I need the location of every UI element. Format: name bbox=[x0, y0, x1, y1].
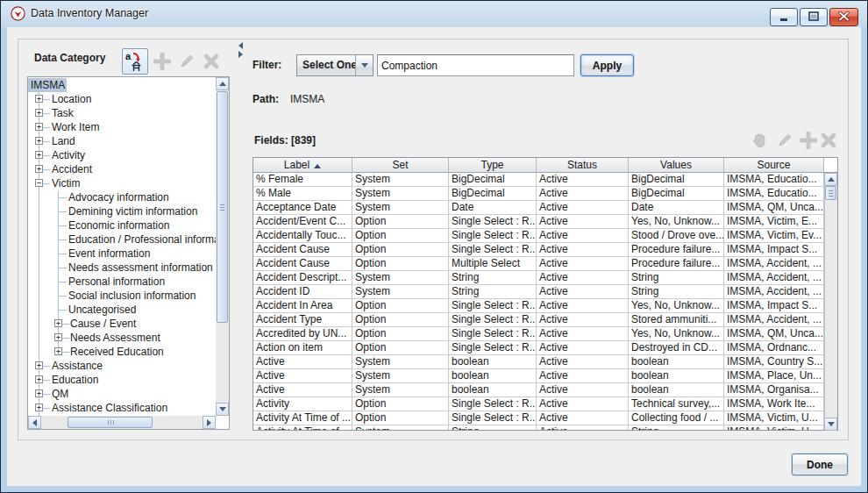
table-cell: Single Select : R... bbox=[449, 341, 537, 355]
scroll-up-icon[interactable] bbox=[216, 77, 229, 90]
done-button[interactable]: Done bbox=[792, 454, 848, 475]
apply-button[interactable]: Apply bbox=[580, 54, 634, 76]
tree-item[interactable]: Event information bbox=[28, 246, 216, 261]
tree-item[interactable]: Education / Professional information bbox=[28, 232, 216, 246]
add-icon[interactable] bbox=[800, 131, 817, 150]
tree-connector-line bbox=[58, 310, 67, 311]
chevron-down-icon[interactable] bbox=[355, 55, 373, 75]
table-row[interactable]: Accident CauseOptionSingle Select : R...… bbox=[253, 243, 824, 257]
table-row[interactable]: Accredited by UN...OptionSingle Select :… bbox=[253, 327, 824, 341]
tree-item[interactable]: Social inclusion information bbox=[28, 289, 216, 303]
tree-item[interactable]: −Victim bbox=[28, 176, 216, 190]
tree-item[interactable]: Personal information bbox=[28, 275, 216, 289]
tree-item[interactable]: +Activity bbox=[28, 148, 216, 162]
table-row[interactable]: ActivityOptionSingle Select : R...Active… bbox=[253, 397, 824, 411]
tree-item[interactable]: +Work Item bbox=[28, 120, 216, 134]
tree-item[interactable]: +Cause / Event bbox=[28, 317, 216, 331]
table-row[interactable]: % FemaleSystemBigDecimalActiveBigDecimal… bbox=[253, 173, 824, 187]
expand-plus-icon[interactable]: + bbox=[35, 109, 43, 117]
table-row[interactable]: Activity At Time of ...OptionSingle Sele… bbox=[253, 411, 824, 425]
table-vscroll-thumb[interactable] bbox=[825, 186, 836, 200]
scroll-down-icon[interactable] bbox=[824, 418, 837, 431]
table-row[interactable]: ActiveSystembooleanActivebooleanIMSMA, C… bbox=[253, 355, 824, 369]
titlebar[interactable]: Data Inventory Manager bbox=[1, 1, 867, 27]
tree-item[interactable]: +Received Education bbox=[28, 345, 216, 359]
expand-plus-icon[interactable]: + bbox=[35, 95, 43, 103]
column-header-label[interactable]: Label bbox=[253, 158, 352, 172]
table-row[interactable]: ActiveSystembooleanActivebooleanIMSMA, O… bbox=[253, 383, 824, 397]
expand-plus-icon[interactable]: + bbox=[35, 151, 43, 159]
expand-plus-icon[interactable]: + bbox=[54, 333, 62, 341]
table-cell: IMSMA, Impact S... bbox=[724, 299, 824, 313]
column-header-status[interactable]: Status bbox=[537, 158, 629, 172]
add-icon[interactable] bbox=[153, 51, 172, 72]
scroll-left-icon[interactable] bbox=[28, 416, 41, 429]
tree-item[interactable]: +Location bbox=[28, 92, 216, 106]
column-header-values[interactable]: Values bbox=[629, 158, 724, 172]
column-header-source[interactable]: Source bbox=[724, 158, 824, 172]
expand-plus-icon[interactable]: + bbox=[35, 389, 43, 397]
collapse-right-icon[interactable] bbox=[238, 51, 243, 58]
tree-item[interactable]: Economic information bbox=[28, 218, 216, 232]
expand-plus-icon[interactable]: + bbox=[35, 137, 43, 145]
table-row[interactable]: Accidentally Touc...OptionSingle Select … bbox=[253, 229, 824, 243]
expand-plus-icon[interactable]: + bbox=[35, 404, 43, 411]
tree-horizontal-scrollbar[interactable] bbox=[28, 416, 216, 429]
column-header-set[interactable]: Set bbox=[352, 158, 449, 172]
tree-item[interactable]: +Education bbox=[28, 373, 216, 387]
minimize-button[interactable] bbox=[770, 8, 798, 26]
expand-plus-icon[interactable]: + bbox=[54, 347, 62, 355]
splitpane-divider[interactable] bbox=[237, 41, 247, 59]
table-vertical-scrollbar[interactable] bbox=[824, 173, 837, 431]
table-row[interactable]: Accident/Event C...OptionSingle Select :… bbox=[253, 215, 824, 229]
scroll-down-icon[interactable] bbox=[216, 403, 229, 416]
table-row[interactable]: Accident In AreaOptionSingle Select : R.… bbox=[253, 299, 824, 313]
collapse-minus-icon[interactable]: − bbox=[35, 179, 43, 187]
table-row[interactable]: ActiveSystembooleanActivebooleanIMSMA, P… bbox=[253, 369, 824, 383]
tree-vertical-scrollbar[interactable] bbox=[216, 77, 229, 416]
scroll-up-icon[interactable] bbox=[824, 173, 837, 186]
tree-connector-line bbox=[43, 183, 50, 184]
tree-item[interactable]: +Accident bbox=[28, 162, 216, 176]
scroll-right-icon[interactable] bbox=[203, 416, 216, 429]
tree-item[interactable]: Uncategorised bbox=[28, 303, 216, 317]
edit-icon[interactable] bbox=[776, 131, 793, 150]
table-row[interactable]: Accident Descript...SystemStringActiveSt… bbox=[253, 271, 824, 285]
tree-item[interactable]: +Needs Assessment bbox=[28, 331, 216, 345]
filter-dropdown[interactable]: Select One bbox=[296, 54, 374, 76]
tree-item[interactable]: +Assistance bbox=[28, 359, 216, 373]
translate-icon[interactable]: a bbox=[122, 48, 148, 75]
tree-vscroll-thumb[interactable] bbox=[217, 91, 228, 323]
hand-icon[interactable] bbox=[751, 131, 768, 150]
close-button[interactable] bbox=[829, 8, 858, 26]
tree-item[interactable]: +Assistance Classification bbox=[28, 401, 216, 415]
tree-item[interactable]: IMSMA bbox=[28, 78, 216, 92]
table-cell: Single Select : R... bbox=[449, 215, 537, 229]
delete-icon[interactable] bbox=[202, 51, 221, 72]
tree-item[interactable]: Advocacy information bbox=[28, 190, 216, 204]
table-row[interactable]: % MaleSystemBigDecimalActiveBigDecimalIM… bbox=[253, 187, 824, 201]
table-row[interactable]: Accident CauseOptionMultiple SelectActiv… bbox=[253, 257, 824, 271]
table-row[interactable]: Action on itemOptionSingle Select : R...… bbox=[253, 341, 824, 355]
edit-icon[interactable] bbox=[177, 51, 196, 72]
expand-plus-icon[interactable]: + bbox=[35, 375, 43, 383]
table-row[interactable]: Accident IDSystemStringActiveStringIMSMA… bbox=[253, 285, 824, 299]
expand-plus-icon[interactable]: + bbox=[35, 123, 43, 131]
delete-icon[interactable] bbox=[820, 131, 837, 150]
column-header-type[interactable]: Type bbox=[449, 158, 537, 172]
tree-item[interactable]: +Task bbox=[28, 106, 216, 120]
expand-plus-icon[interactable]: + bbox=[54, 319, 62, 327]
tree-hscroll-thumb[interactable] bbox=[68, 417, 153, 428]
table-row[interactable]: Acceptance DateSystemDateActiveDateIMSMA… bbox=[253, 201, 824, 215]
tree-item[interactable]: +Land bbox=[28, 134, 216, 148]
maximize-button[interactable] bbox=[800, 8, 828, 26]
tree-item[interactable]: Demining victim information bbox=[28, 204, 216, 218]
table-row[interactable]: Activity At Time of ...SystemStringActiv… bbox=[253, 425, 824, 430]
expand-plus-icon[interactable]: + bbox=[35, 165, 43, 173]
table-row[interactable]: Accident TypeOptionSingle Select : R...A… bbox=[253, 313, 824, 327]
tree-item[interactable]: Needs assessment information bbox=[28, 261, 216, 275]
expand-plus-icon[interactable]: + bbox=[35, 361, 43, 369]
collapse-left-icon[interactable] bbox=[238, 42, 243, 49]
filter-input[interactable] bbox=[377, 54, 574, 76]
tree-item[interactable]: +QM bbox=[28, 387, 216, 401]
